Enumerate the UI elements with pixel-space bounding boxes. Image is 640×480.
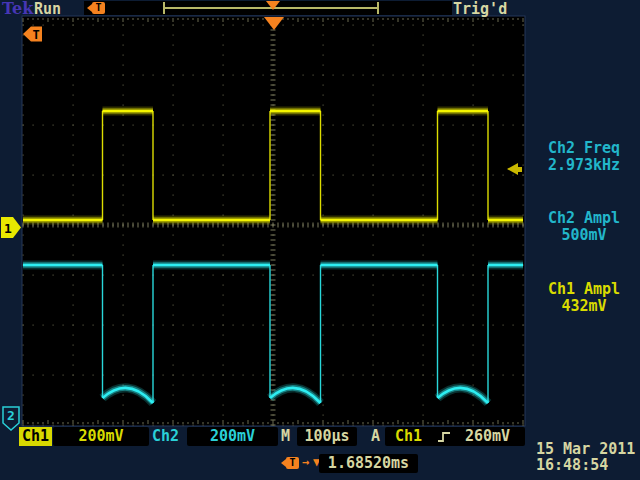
ch1-scale-value: 200mV — [53, 427, 149, 446]
measurement-label: Ch1 Ampl — [528, 281, 640, 298]
time-text: 16:48:54 — [536, 456, 608, 474]
ch2-scale-value: 200mV — [187, 427, 278, 446]
ch2-marker-label: 2 — [7, 408, 15, 423]
trigger-time-icon: T — [286, 457, 299, 469]
ch2-scale-label: Ch2 — [152, 427, 179, 446]
measurement-ch1-ampl: Ch1 Ampl 432mV — [528, 281, 640, 315]
measurement-value: 432mV — [528, 298, 640, 315]
measurement-value: 500mV — [528, 227, 640, 244]
arrow-right-icon: → — [302, 453, 309, 472]
record-window-left-bracket — [163, 2, 165, 14]
rising-edge-icon — [437, 430, 451, 444]
header-bar: Tek Run T Trig'd — [0, 0, 640, 17]
trigger-offscreen-icon: T — [92, 2, 105, 14]
timebase-label: M — [281, 427, 290, 446]
trigger-level-value: 260mV — [465, 427, 510, 446]
ch2-ground-marker: 2 — [3, 407, 19, 430]
measurement-ch2-ampl: Ch2 Ampl 500mV — [528, 210, 640, 244]
acquisition-status: Run — [34, 0, 61, 18]
timebase-value: 100µs — [297, 427, 357, 446]
trigger-position-value: 1.68520ms — [319, 454, 418, 473]
datetime-readout: 15 Mar 2011 16:48:54 — [536, 441, 640, 473]
ch1-scale-badge: Ch1 — [19, 427, 52, 446]
trigger-letter: T — [32, 28, 39, 42]
ch1-ground-marker: 1 — [1, 217, 21, 238]
oscilloscope-screen: T 1 2 Tek Run T Trig'd Ch2 Freq 2.973kHz — [0, 0, 640, 480]
ch1-marker-label: 1 — [4, 221, 12, 236]
record-trigger-position-icon — [266, 1, 280, 10]
measurement-value: 2.973kHz — [528, 157, 640, 174]
trigger-mode-label: A — [371, 427, 380, 446]
trigger-source: Ch1 — [395, 427, 422, 446]
record-window-right-bracket — [377, 2, 379, 14]
trigger-status: Trig'd — [453, 0, 507, 18]
trigger-settings-box: Ch1 260mV — [385, 427, 525, 446]
measurement-label: Ch2 Freq — [528, 140, 640, 157]
measurement-ch2-freq: Ch2 Freq 2.973kHz — [528, 140, 640, 174]
tek-logo: Tek — [2, 0, 33, 18]
trigger-time-icon-letter: T — [289, 457, 295, 468]
trigger-icon-letter: T — [95, 2, 101, 13]
measurement-label: Ch2 Ampl — [528, 210, 640, 227]
